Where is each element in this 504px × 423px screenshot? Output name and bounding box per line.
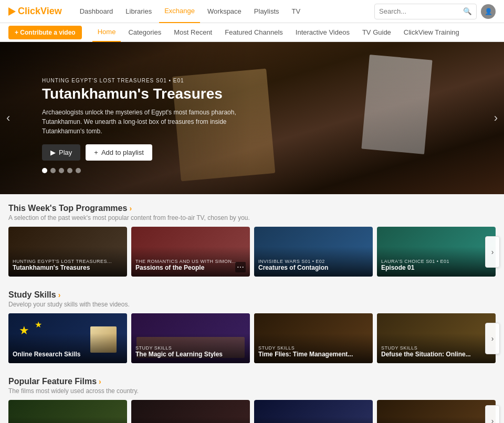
top-programmes-card-1[interactable]: HUNTING EGYPT'S LOST TREASURES... Tutank… (8, 227, 127, 277)
study-card-overlay-2: STUDY SKILLS The Magic of Learning Style… (131, 313, 250, 363)
top-programmes-next-button[interactable]: › (485, 236, 500, 268)
hero-dot-2[interactable] (50, 168, 56, 173)
play-label: Play (59, 149, 72, 156)
study-skills-row-wrapper: ★ ★ ★ Online Research Skills (8, 313, 496, 363)
card-overlay-3: INVISIBLE WARS S01 • E02 Creatures of Co… (254, 227, 373, 277)
card-overlay-1: HUNTING EGYPT'S LOST TREASURES... Tutank… (8, 227, 127, 277)
nav-exchange[interactable]: Exchange (159, 0, 200, 23)
study-card-title-1: Online Research Skills (13, 351, 123, 359)
search-box: 🔍 (374, 4, 477, 19)
hero-dots (42, 168, 262, 173)
study-card-title-2: The Magic of Learning Styles (135, 351, 246, 359)
card-overlay-2: THE ROMANTICS AND US WITH SIMON... Passi… (131, 227, 250, 277)
subnav-most-recent[interactable]: Most Recent (169, 23, 217, 42)
subnav-featured-channels[interactable]: Featured Channels (219, 23, 288, 42)
main-content: This Week's Top Programmes › A selection… (0, 194, 504, 423)
top-programmes-title[interactable]: This Week's Top Programmes › (8, 204, 496, 213)
hero-dot-4[interactable] (67, 168, 72, 173)
top-programmes-arrow: › (129, 204, 132, 213)
subnav-interactive-videos[interactable]: Interactive Videos (290, 23, 355, 42)
card-series-4: LAURA'S CHOICE S01 • E01 (381, 259, 491, 264)
hero-series: HUNTING EGYPT'S LOST TREASURES S01 • E01 (42, 78, 262, 83)
hero-actions: ▶ Play + Add to playlist (42, 144, 262, 161)
hero-banner: HUNTING EGYPT'S LOST TREASURES S01 • E01… (0, 42, 504, 194)
study-skills-card-2[interactable]: STUDY SKILLS The Magic of Learning Style… (131, 313, 250, 363)
sub-nav: + Contribute a video Home Categories Mos… (0, 23, 504, 42)
card-title-4: Episode 01 (381, 264, 491, 272)
study-card-overlay-1: Online Research Skills (8, 313, 127, 363)
card-title-3: Creatures of Contagion (258, 264, 369, 272)
hero-description: Archaeologists unlock the mysteries of E… (42, 108, 262, 136)
nav-tv[interactable]: TV (287, 0, 306, 23)
popular-films-card-row (8, 400, 496, 423)
film-overlay-2 (131, 400, 250, 423)
search-icon-button[interactable]: 🔍 (459, 7, 476, 15)
nav-dashboard[interactable]: Dashboard (75, 0, 119, 23)
subnav-tv-guide[interactable]: TV Guide (357, 23, 396, 42)
popular-film-card-1[interactable] (8, 400, 127, 423)
study-card-series-4: STUDY SKILLS (381, 345, 491, 351)
logo-play-icon (8, 7, 16, 16)
card-more-button-2[interactable]: ⋯ (235, 262, 246, 272)
study-skills-card-4[interactable]: STUDY SKILLS Defuse the Situation: Onlin… (377, 313, 496, 363)
user-avatar[interactable]: 👤 (481, 4, 496, 19)
top-programmes-header: This Week's Top Programmes › A selection… (8, 204, 496, 221)
study-skills-card-1[interactable]: ★ ★ ★ Online Research Skills (8, 313, 127, 363)
search-input[interactable] (375, 7, 459, 15)
top-programmes-row-wrapper: HUNTING EGYPT'S LOST TREASURES... Tutank… (8, 227, 496, 277)
film-overlay-4 (377, 400, 496, 423)
card-title-1: Tutankhamun's Treasures (13, 264, 123, 272)
play-icon: ▶ (50, 149, 56, 156)
hero-next-button[interactable]: › (494, 111, 498, 125)
logo[interactable]: ClickView (8, 6, 62, 17)
popular-film-card-2[interactable] (131, 400, 250, 423)
top-programmes-card-2[interactable]: THE ROMANTICS AND US WITH SIMON... Passi… (131, 227, 250, 277)
popular-films-next-button[interactable]: › (485, 405, 500, 423)
nav-workspace[interactable]: Workspace (202, 0, 247, 23)
top-programmes-card-3[interactable]: INVISIBLE WARS S01 • E02 Creatures of Co… (254, 227, 373, 277)
study-skills-arrow: › (58, 291, 61, 299)
study-card-series-3: STUDY SKILLS (258, 345, 369, 351)
hero-content: HUNTING EGYPT'S LOST TREASURES S01 • E01… (42, 78, 262, 173)
subnav-clickview-training[interactable]: ClickView Training (398, 23, 465, 42)
playlist-label: Add to playlist (101, 149, 144, 156)
popular-films-title[interactable]: Popular Feature Films › (8, 377, 496, 386)
hero-prev-button[interactable]: ‹ (6, 111, 10, 125)
header: ClickView Dashboard Libraries Exchange W… (0, 0, 504, 23)
play-button[interactable]: ▶ Play (42, 144, 80, 161)
popular-films-header: Popular Feature Films › The films most w… (8, 377, 496, 395)
popular-films-subtitle: The films most widely used across the co… (8, 387, 496, 395)
study-skills-card-3[interactable]: STUDY SKILLS Time Flies: Time Management… (254, 313, 373, 363)
contribute-button[interactable]: + Contribute a video (8, 26, 82, 39)
subnav-home[interactable]: Home (92, 23, 121, 42)
popular-film-card-3[interactable] (254, 400, 373, 423)
add-to-playlist-button[interactable]: + Add to playlist (86, 144, 152, 161)
top-programmes-section: This Week's Top Programmes › A selection… (8, 194, 496, 281)
popular-films-arrow: › (99, 377, 101, 386)
popular-films-row-wrapper: › (8, 400, 496, 423)
nav-libraries[interactable]: Libraries (120, 0, 157, 23)
hero-dot-1[interactable] (42, 168, 47, 173)
main-nav: Dashboard Libraries Exchange Workspace P… (75, 0, 374, 23)
study-card-series-2: STUDY SKILLS (135, 345, 246, 351)
popular-films-section: Popular Feature Films › The films most w… (8, 367, 496, 423)
study-skills-title[interactable]: Study Skills › (8, 290, 496, 300)
popular-film-card-4[interactable] (377, 400, 496, 423)
subnav-categories[interactable]: Categories (123, 23, 166, 42)
film-overlay-3 (254, 400, 373, 423)
hero-dot-3[interactable] (59, 168, 64, 173)
study-card-overlay-4: STUDY SKILLS Defuse the Situation: Onlin… (377, 313, 496, 363)
hero-dot-5[interactable] (76, 168, 81, 173)
study-card-overlay-3: STUDY SKILLS Time Flies: Time Management… (254, 313, 373, 363)
study-skills-card-row: ★ ★ ★ Online Research Skills (8, 313, 496, 363)
card-series-2: THE ROMANTICS AND US WITH SIMON... (135, 259, 246, 264)
logo-text: ClickView (18, 6, 62, 17)
study-skills-next-button[interactable]: › (485, 323, 500, 354)
card-series-3: INVISIBLE WARS S01 • E02 (258, 259, 369, 264)
film-overlay-1 (8, 400, 127, 423)
study-skills-header: Study Skills › Develop your study skills… (8, 290, 496, 308)
nav-playlists[interactable]: Playlists (249, 0, 285, 23)
top-programmes-card-4[interactable]: LAURA'S CHOICE S01 • E01 Episode 01 (377, 227, 496, 277)
study-card-title-3: Time Flies: Time Management... (258, 351, 369, 359)
study-card-title-4: Defuse the Situation: Online... (381, 351, 491, 359)
